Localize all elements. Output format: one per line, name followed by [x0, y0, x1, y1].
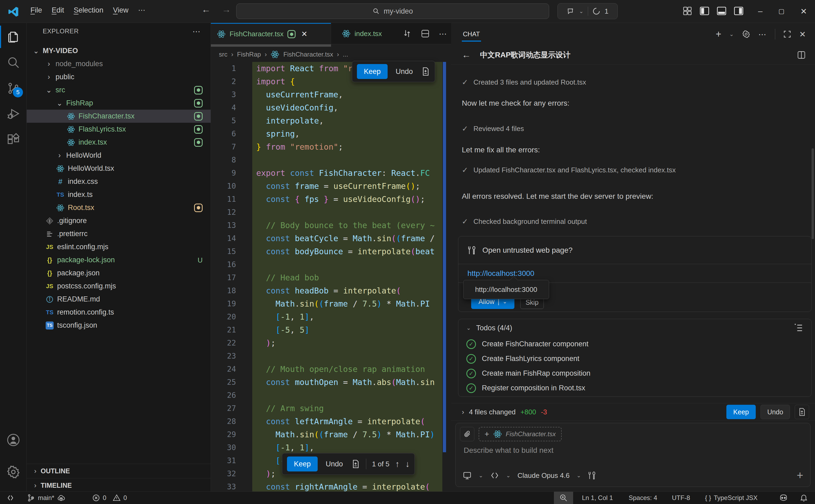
menu-file[interactable]: File — [26, 3, 47, 17]
notifications[interactable] — [800, 492, 808, 504]
context-chip[interactable]: + FishCharacter.tsx — [479, 427, 562, 441]
chevron-down-icon[interactable]: ⌄ — [577, 472, 581, 479]
chat-more-icon[interactable]: ⋯ — [758, 30, 767, 39]
command-center-search[interactable]: my-video — [236, 3, 549, 19]
copilot-chat-icon[interactable] — [567, 7, 575, 15]
tree-item-fishrap[interactable]: ⌄FishRap — [27, 97, 211, 110]
indentation[interactable]: Spaces: 4 — [629, 492, 657, 504]
tab-fishcharacter[interactable]: FishCharacter.tsx ✕ — [211, 23, 331, 44]
chevron-down-icon[interactable]: ⌄ — [506, 472, 511, 479]
tree-item-readme-md[interactable]: README.md — [27, 293, 211, 306]
undo-button[interactable]: Undo — [393, 64, 415, 79]
file-diff-icon[interactable] — [351, 459, 360, 469]
tree-item-remotion-config-ts[interactable]: TSremotion.config.ts — [27, 306, 211, 319]
tree-item-package-lock-json[interactable]: {}package-lock.jsonU — [27, 253, 211, 267]
window-close-button[interactable]: ✕ — [800, 7, 807, 16]
tree-item-helloworld[interactable]: ›HelloWorld — [27, 149, 211, 162]
code-mode-icon[interactable] — [490, 471, 499, 480]
tree-item-index-css[interactable]: #index.css — [27, 175, 211, 188]
timeline-section[interactable]: ›TIMELINE — [27, 478, 211, 493]
menu-edit[interactable]: Edit — [47, 3, 69, 17]
menu-view[interactable]: View — [108, 3, 133, 17]
files-changed-bar[interactable]: › 4 files changed +800 -3 Keep Undo — [451, 403, 815, 421]
window-minimize-button[interactable]: – — [758, 7, 763, 16]
activity-extensions[interactable] — [0, 127, 27, 153]
git-branch-item[interactable]: ✱ main* — [27, 492, 65, 504]
toggle-panel-icon[interactable] — [717, 6, 727, 16]
open-in-editor-icon[interactable] — [797, 50, 806, 59]
outline-section[interactable]: ›OUTLINE — [27, 464, 211, 478]
tree-item-eslint-config-mjs[interactable]: JSeslint.config.mjs — [27, 240, 211, 253]
toggle-secondary-sidebar-icon[interactable] — [734, 6, 744, 16]
sidebar-more-icon[interactable]: ⋯ — [192, 27, 201, 36]
new-chat-icon[interactable]: + — [716, 29, 721, 40]
chat-input-placeholder[interactable]: Describe what to build next — [464, 446, 553, 455]
tree-item-public[interactable]: ›public — [27, 70, 211, 84]
tree-item--gitignore[interactable]: .gitignore — [27, 214, 211, 227]
tree-item--prettierrc[interactable]: .prettierrc — [27, 227, 211, 240]
activity-explorer[interactable] — [0, 24, 27, 50]
close-panel-icon[interactable]: ✕ — [799, 30, 806, 39]
toggle-primary-sidebar-icon[interactable] — [699, 6, 710, 16]
chat-input-box[interactable]: + FishCharacter.tsx Describe what to bui… — [456, 423, 810, 487]
session-spinner-icon[interactable] — [592, 7, 600, 15]
tree-item-package-json[interactable]: {}package.json — [27, 267, 211, 280]
activity-source-control[interactable]: 5 — [0, 76, 27, 101]
checklist-icon[interactable] — [794, 323, 803, 333]
chevron-down-icon[interactable]: ⌄ — [479, 472, 483, 479]
tree-item-my-video[interactable]: ⌄MY-VIDEO — [27, 44, 211, 57]
tree-item-src[interactable]: ⌄src — [27, 84, 211, 97]
maximize-panel-icon[interactable] — [783, 30, 791, 38]
tree-item-postcss-config-mjs[interactable]: JSpostcss.config.mjs — [27, 280, 211, 293]
cursor-position[interactable]: Ln 1, Col 1 — [582, 492, 613, 504]
activity-run-debug[interactable] — [0, 101, 27, 127]
tab-index[interactable]: index.tsx — [336, 23, 408, 44]
zoom-status-item[interactable] — [554, 492, 573, 504]
back-icon[interactable]: ← — [462, 50, 471, 60]
tab-scrollbar[interactable] — [211, 44, 331, 47]
localhost-link[interactable]: http://localhost:3000 — [468, 269, 535, 278]
view-diff-button[interactable] — [795, 405, 809, 419]
chevron-down-icon[interactable]: ⌄ — [579, 8, 584, 14]
compare-changes-icon[interactable] — [402, 29, 412, 38]
chat-panel-tab[interactable]: CHAT — [463, 30, 480, 38]
code-editor[interactable]: 1import React from "react";2import {3 us… — [211, 62, 443, 491]
tools-icon[interactable] — [588, 471, 596, 480]
encoding[interactable]: UTF-8 — [672, 492, 690, 504]
tree-item-index-tsx[interactable]: index.tsx — [27, 136, 211, 149]
tree-item-fishcharacter-tsx[interactable]: FishCharacter.tsx — [27, 110, 211, 123]
tree-item-node-modules[interactable]: ›node_modules — [27, 57, 211, 70]
tree-item-index-ts[interactable]: TSindex.ts — [27, 188, 211, 201]
next-change-icon[interactable]: ↓ — [405, 459, 410, 469]
problems-item[interactable]: 0 0 — [92, 492, 127, 504]
breadcrumb[interactable]: src› FishRap› FishCharacter.tsx› ... — [219, 47, 348, 61]
nav-back-icon[interactable]: ← — [201, 4, 211, 15]
tree-item-tsconfig-json[interactable]: TStsconfig.json — [27, 319, 211, 332]
tree-item-flashlyrics-tsx[interactable]: FlashLyrics.tsx — [27, 123, 211, 136]
chat-scrollbar[interactable] — [812, 148, 814, 239]
agent-mode-icon[interactable] — [463, 471, 472, 480]
keep-button[interactable]: Keep — [357, 64, 387, 79]
split-editor-icon[interactable] — [421, 29, 430, 38]
keep-button[interactable]: Keep — [726, 405, 756, 419]
prev-change-icon[interactable]: ↑ — [395, 459, 399, 469]
activity-accounts[interactable] — [0, 427, 27, 453]
undo-button[interactable]: Undo — [761, 405, 790, 419]
gear-icon[interactable] — [742, 30, 750, 38]
send-plus-icon[interactable]: + — [797, 469, 803, 482]
language-mode[interactable]: { }TypeScript JSX — [705, 492, 758, 504]
tab-close-icon[interactable]: ✕ — [301, 30, 307, 38]
chevron-down-icon[interactable]: ⌄ — [467, 325, 471, 331]
model-picker[interactable]: Claude Opus 4.6 — [518, 471, 570, 480]
activity-settings[interactable] — [0, 459, 27, 485]
tree-item-helloworld-tsx[interactable]: HelloWorld.tsx — [27, 162, 211, 175]
nav-forward-icon[interactable]: → — [222, 4, 231, 15]
customize-layout-icon[interactable] — [682, 6, 693, 16]
remote-indicator[interactable] — [6, 492, 14, 504]
tree-item-root-tsx[interactable]: Root.tsx — [27, 201, 211, 214]
undo-button[interactable]: Undo — [323, 457, 345, 471]
file-diff-icon[interactable] — [421, 67, 430, 76]
chevron-down-icon[interactable]: ⌄ — [729, 31, 734, 37]
menu-selection[interactable]: Selection — [69, 3, 108, 17]
attach-button[interactable] — [460, 427, 475, 441]
